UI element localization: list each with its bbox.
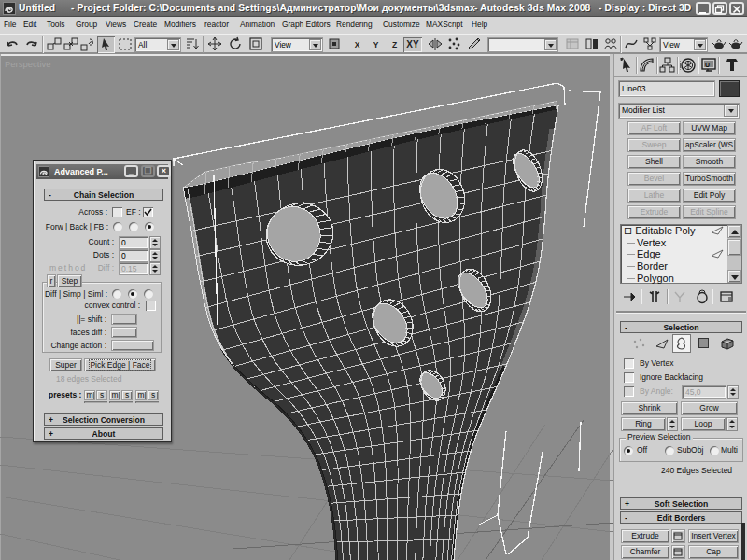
svg-text:Perspective: Perspective — [5, 59, 51, 69]
svg-text:U: U — [705, 62, 710, 68]
